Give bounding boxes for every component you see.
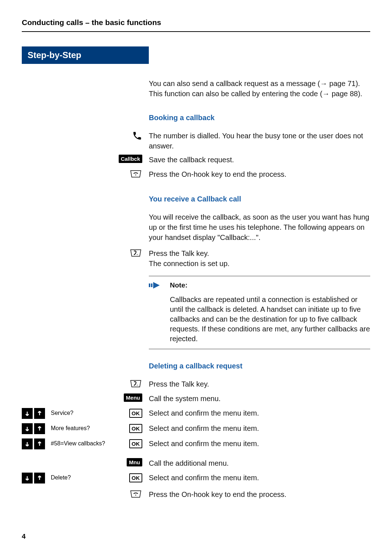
svg-point-4	[137, 385, 138, 385]
delete-step-menu-text: Call the system menu.	[149, 393, 370, 404]
nav-down-button[interactable]	[22, 473, 33, 483]
booking-step2-text: Save the callback request.	[149, 154, 370, 165]
menu-item-delete: Delete?	[49, 474, 126, 481]
delete-step-mnu-text: Call the additional menu.	[149, 457, 370, 468]
delete-select-text-4: Select and confirm the menu item.	[149, 472, 370, 483]
delete-select-text-3: Select and confirm the menu item.	[149, 438, 370, 449]
nav-down-button[interactable]	[22, 408, 33, 419]
ok-button[interactable]: OK	[129, 473, 143, 482]
ok-button[interactable]: OK	[129, 439, 143, 448]
talk-key-icon	[129, 248, 142, 259]
menu-item-service: Service?	[49, 410, 126, 416]
softkey-mnu[interactable]: Mnu	[127, 458, 142, 466]
delete-select-text-1: Select and confirm the menu item.	[149, 407, 370, 418]
note-arrow-icon	[149, 283, 162, 291]
note-box: Note: Callbacks are repeated until a con…	[149, 276, 370, 349]
booking-step1-text: The number is dialled. You hear the busy…	[149, 130, 370, 151]
arrow-right-icon: →	[322, 90, 330, 98]
heading-receive-callback: You receive a Callback call	[149, 194, 370, 204]
menu-item-more-features: More features?	[49, 425, 126, 432]
booking-step3-text: Press the On-hook key to end the process…	[149, 168, 370, 179]
nav-down-button[interactable]	[22, 423, 33, 434]
softkey-menu[interactable]: Menu	[124, 393, 142, 402]
talk-key-icon	[129, 379, 142, 390]
header-rule	[22, 31, 370, 32]
arrow-right-icon: →	[320, 79, 327, 87]
heading-booking-callback: Booking a callback	[149, 113, 370, 123]
onhook-key-icon	[129, 489, 142, 500]
nav-up-button[interactable]	[34, 423, 45, 434]
svg-rect-3	[151, 283, 152, 287]
delete-step-talk-text: Press the Talk key.	[149, 378, 370, 389]
page-header: Conducting calls – the basic functions	[22, 18, 370, 27]
delete-step-end-text: Press the On-hook key to end the process…	[149, 489, 370, 499]
nav-up-button[interactable]	[34, 473, 45, 483]
intro-text-part3: page 88).	[330, 90, 362, 98]
note-label: Note:	[170, 281, 370, 290]
note-text: Callbacks are repeated until a connectio…	[170, 295, 370, 344]
svg-point-5	[135, 494, 136, 495]
softkey-callback[interactable]: Callbck	[119, 155, 142, 163]
intro-text: You can also send a callback request as …	[149, 78, 370, 99]
heading-deleting-callback: Deleting a callback request	[149, 361, 370, 371]
menu-item-view-callbacks: #58=View callbacks?	[49, 440, 126, 447]
svg-point-1	[137, 254, 138, 255]
onhook-key-icon	[129, 169, 142, 180]
receive-step2-text: Press the Talk key. The connection is se…	[149, 248, 370, 269]
svg-point-0	[135, 175, 136, 175]
phone-handset-icon	[132, 131, 142, 142]
nav-up-button[interactable]	[34, 408, 45, 419]
nav-down-button[interactable]	[22, 438, 33, 449]
ok-button[interactable]: OK	[129, 424, 143, 433]
ok-button[interactable]: OK	[129, 409, 143, 418]
receive-step1-text: You will receive the callback, as soon a…	[149, 211, 370, 242]
delete-select-text-2: Select and confirm the menu item.	[149, 423, 370, 433]
page-number: 4	[22, 532, 26, 540]
step-by-step-banner: Step-by-Step	[22, 46, 149, 64]
nav-up-button[interactable]	[34, 438, 45, 449]
svg-rect-2	[149, 283, 150, 287]
intro-text-part1: You can also send a callback request as …	[149, 79, 320, 87]
